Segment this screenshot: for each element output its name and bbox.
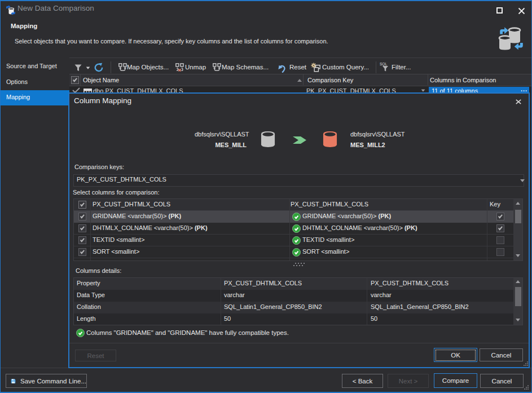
svg-text:SQL: SQL: [380, 62, 387, 67]
